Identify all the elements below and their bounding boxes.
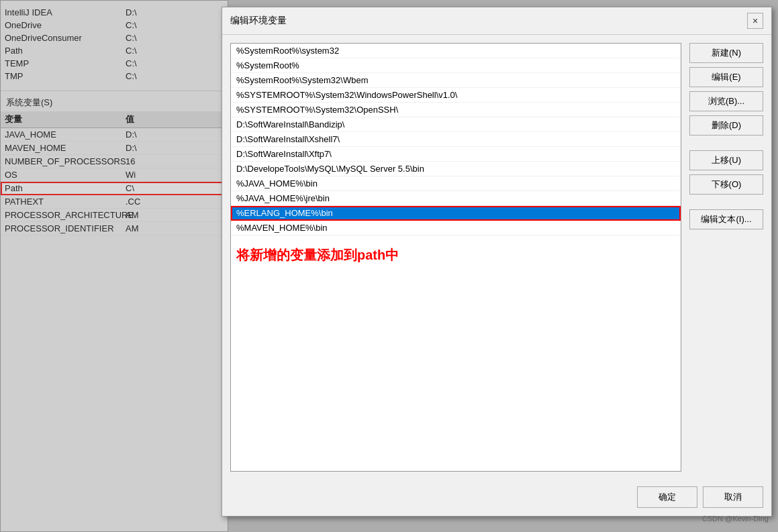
path-item-2[interactable]: %SystemRoot%\System32\Wbem bbox=[231, 73, 681, 88]
dialog-footer: 确定 取消 bbox=[637, 486, 763, 508]
dialog-titlebar: 编辑环境变量 × bbox=[222, 7, 771, 35]
path-item-6[interactable]: D:\SoftWareInstall\Xshell7\ bbox=[231, 132, 681, 147]
close-button[interactable]: × bbox=[747, 13, 763, 29]
dialog-content: %SystemRoot%\system32 %SystemRoot% %Syst… bbox=[222, 35, 771, 480]
browse-button[interactable]: 浏览(B)... bbox=[689, 91, 763, 111]
ok-button[interactable]: 确定 bbox=[637, 486, 697, 508]
path-item-4[interactable]: %SYSTEMROOT%\System32\OpenSSH\ bbox=[231, 103, 681, 117]
edit-button[interactable]: 编辑(E) bbox=[689, 67, 763, 87]
path-item-7[interactable]: D:\SoftWareInstall\Xftp7\ bbox=[231, 147, 681, 162]
path-item-9[interactable]: %JAVA_HOME%\bin bbox=[231, 176, 681, 191]
cancel-button[interactable]: 取消 bbox=[703, 486, 763, 508]
new-button[interactable]: 新建(N) bbox=[689, 43, 763, 63]
edit-text-button[interactable]: 编辑文本(I)... bbox=[689, 209, 763, 229]
path-item-3[interactable]: %SYSTEMROOT%\System32\WindowsPowerShell\… bbox=[231, 88, 681, 103]
watermark: CSDN @Kevin-Ding bbox=[702, 515, 769, 523]
path-item-0[interactable]: %SystemRoot%\system32 bbox=[231, 44, 681, 58]
path-list-wrapper: %SystemRoot%\system32 %SystemRoot% %Syst… bbox=[230, 43, 681, 472]
path-item-8[interactable]: D:\DevelopeTools\MySQL\MySQL Server 5.5\… bbox=[231, 162, 681, 176]
dialog-title: 编辑环境变量 bbox=[230, 15, 287, 27]
annotation-text: 将新增的变量添加到path中 bbox=[231, 235, 681, 275]
path-item-11-erlang[interactable]: %ERLANG_HOME%\bin bbox=[231, 206, 681, 221]
buttons-panel: 新建(N) 编辑(E) 浏览(B)... 删除(D) 上移(U) 下移(O) 编… bbox=[689, 43, 763, 472]
path-item-5[interactable]: D:\SoftWareInstall\Bandizip\ bbox=[231, 117, 681, 132]
path-list-container[interactable]: %SystemRoot%\system32 %SystemRoot% %Syst… bbox=[230, 43, 681, 472]
move-up-button[interactable]: 上移(U) bbox=[689, 150, 763, 170]
edit-env-dialog: 编辑环境变量 × %SystemRoot%\system32 %SystemRo… bbox=[222, 7, 772, 517]
path-item-12[interactable]: %MAVEN_HOME%\bin bbox=[231, 221, 681, 235]
path-item-10[interactable]: %JAVA_HOME%\jre\bin bbox=[231, 191, 681, 206]
path-item-1[interactable]: %SystemRoot% bbox=[231, 58, 681, 73]
delete-button[interactable]: 删除(D) bbox=[689, 115, 763, 136]
move-down-button[interactable]: 下移(O) bbox=[689, 174, 763, 195]
